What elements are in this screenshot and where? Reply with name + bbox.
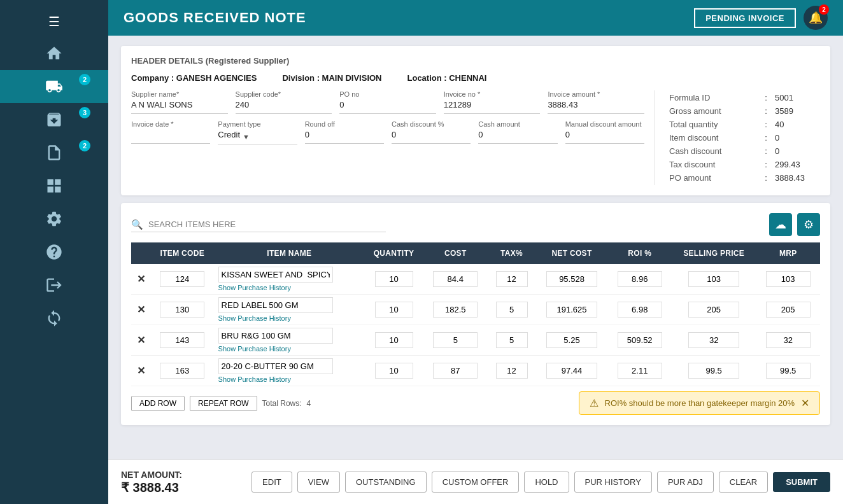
cash-discount-pct-label: Cash discount %: [392, 120, 471, 128]
mrp-col-header: MRP: [756, 242, 820, 264]
sidebar-item-home[interactable]: [0, 37, 108, 70]
form-row-2: Invoice date * Payment type Credit ▼ Rou…: [131, 120, 644, 144]
header-details-card: HEADER DETAILS (Registered Supplier) Com…: [121, 46, 830, 195]
add-row-button[interactable]: ADD ROW: [131, 396, 185, 411]
sidebar-item-invoices[interactable]: 2: [0, 136, 108, 169]
view-button[interactable]: VIEW: [297, 472, 340, 493]
net-cost-cell[interactable]: [546, 302, 597, 318]
net-cost-cell[interactable]: [546, 271, 597, 287]
supplier-code-label: Supplier code*: [236, 90, 332, 98]
payment-type-value[interactable]: Credit: [218, 130, 240, 144]
item-code-cell[interactable]: [160, 363, 204, 379]
item-discount-label: Item discount: [667, 132, 760, 144]
division-label: Division :: [282, 73, 320, 83]
quantity-cell[interactable]: [375, 271, 413, 287]
hold-button[interactable]: HOLD: [524, 472, 569, 493]
invoice-no-group: Invoice no * 121289: [444, 90, 541, 114]
item-name-cell[interactable]: [218, 267, 333, 283]
item-code-cell[interactable]: [160, 271, 204, 287]
item-name-cell[interactable]: [218, 358, 333, 374]
net-cost-cell[interactable]: [546, 332, 597, 348]
cost-cell[interactable]: [433, 332, 478, 348]
cash-amount-value[interactable]: 0: [478, 130, 557, 144]
show-purchase-history-link[interactable]: Show Purchase History: [218, 314, 361, 322]
net-cost-cell[interactable]: [546, 363, 597, 379]
item-name-cell[interactable]: [218, 328, 333, 344]
item-code-cell[interactable]: [160, 332, 204, 348]
location-field: Location : CHENNAI: [407, 73, 487, 83]
notification-bell-button[interactable]: 🔔 2: [804, 6, 828, 30]
clear-button[interactable]: CLEAR: [719, 472, 768, 493]
invoice-amount-value[interactable]: 3888.43: [548, 100, 644, 114]
invoice-no-value[interactable]: 121289: [444, 100, 541, 114]
remove-row-button[interactable]: ✕: [137, 334, 145, 346]
invoice-icon: [45, 144, 63, 162]
remove-row-button[interactable]: ✕: [137, 273, 145, 285]
search-input[interactable]: [148, 217, 386, 232]
round-off-group: Round off 0: [305, 120, 384, 144]
mrp-cell[interactable]: [766, 271, 811, 287]
tax-pct-cell[interactable]: [496, 363, 528, 379]
show-purchase-history-link[interactable]: Show Purchase History: [218, 375, 361, 383]
mrp-cell[interactable]: [766, 302, 811, 318]
show-purchase-history-link[interactable]: Show Purchase History: [218, 345, 361, 353]
po-no-value[interactable]: 0: [339, 100, 436, 114]
selling-price-cell[interactable]: [688, 302, 739, 318]
remove-row-button[interactable]: ✕: [137, 304, 145, 316]
roi-pct-cell[interactable]: [618, 302, 662, 318]
supplier-name-value[interactable]: A N WALI SONS: [131, 100, 228, 114]
show-purchase-history-link[interactable]: Show Purchase History: [218, 284, 361, 291]
tax-pct-cell[interactable]: [496, 332, 528, 348]
sidebar-item-settings[interactable]: [0, 202, 108, 235]
quantity-cell[interactable]: [375, 302, 413, 318]
sidebar-item-help[interactable]: [0, 235, 108, 269]
warning-icon: ⚠: [590, 397, 599, 409]
invoice-date-value[interactable]: [131, 130, 210, 144]
sidebar-item-logout[interactable]: [0, 269, 108, 302]
roi-pct-cell[interactable]: [618, 363, 662, 379]
edit-button[interactable]: EDIT: [251, 472, 292, 493]
sidebar-item-delivery[interactable]: 2: [0, 70, 108, 103]
cost-cell[interactable]: [433, 363, 478, 379]
warning-close-button[interactable]: ✕: [801, 397, 809, 409]
sidebar-item-orders[interactable]: 3: [0, 103, 108, 136]
upload-button[interactable]: ☁: [769, 213, 792, 236]
cash-discount-pct-value[interactable]: 0: [392, 130, 471, 144]
roi-pct-cell[interactable]: [618, 271, 662, 287]
gear-icon: [45, 210, 63, 228]
supplier-code-value[interactable]: 240: [236, 100, 332, 114]
pending-invoice-button[interactable]: PENDING INVOICE: [694, 8, 796, 28]
selling-price-cell[interactable]: [688, 271, 739, 287]
cash-discount-value: 0: [772, 145, 819, 157]
remove-row-button[interactable]: ✕: [137, 365, 145, 377]
roi-pct-cell[interactable]: [618, 332, 662, 348]
tax-pct-cell[interactable]: [496, 302, 528, 318]
mrp-cell[interactable]: [766, 332, 811, 348]
cost-cell[interactable]: [433, 302, 478, 318]
sidebar-item-grid[interactable]: [0, 169, 108, 202]
manual-discount-value[interactable]: 0: [565, 130, 644, 144]
selling-price-cell[interactable]: [688, 363, 739, 379]
repeat-row-button[interactable]: REPEAT ROW: [190, 396, 257, 411]
outstanding-button[interactable]: OUTSTANDING: [345, 472, 427, 493]
selling-price-cell[interactable]: [688, 332, 739, 348]
sync-icon: [45, 309, 63, 327]
quantity-cell[interactable]: [375, 332, 413, 348]
sidebar-item-sync[interactable]: [0, 302, 108, 335]
round-off-value[interactable]: 0: [305, 130, 384, 144]
payment-type-dropdown-icon[interactable]: ▼: [243, 133, 250, 141]
submit-button[interactable]: SUBMIT: [773, 472, 830, 492]
mrp-cell[interactable]: [766, 363, 811, 379]
settings-button[interactable]: ⚙: [797, 213, 820, 236]
menu-icon[interactable]: ☰: [0, 6, 108, 37]
item-code-cell[interactable]: [160, 302, 204, 318]
item-name-cell[interactable]: [218, 297, 333, 313]
manual-discount-group: Manual discount amount 0: [565, 120, 644, 144]
tax-pct-cell[interactable]: [496, 271, 528, 287]
custom-offer-button[interactable]: CUSTOM OFFER: [432, 472, 520, 493]
cost-cell[interactable]: [433, 271, 478, 287]
pur-adj-button[interactable]: PUR ADJ: [657, 472, 714, 493]
quantity-cell[interactable]: [375, 363, 413, 379]
pur-history-button[interactable]: PUR HISTORY: [574, 472, 652, 493]
header-actions: PENDING INVOICE 🔔 2: [694, 6, 828, 30]
